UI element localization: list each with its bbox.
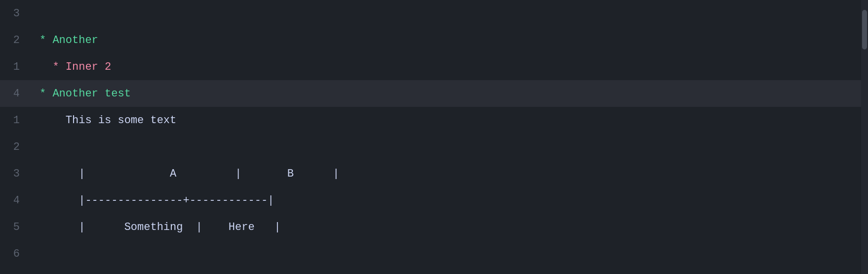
line-number: 4 <box>0 88 30 100</box>
table-data-row: | Something | Here | <box>79 221 280 233</box>
line-1-inner: 1 * Inner 2 <box>0 53 868 80</box>
scrollbar[interactable] <box>861 0 868 274</box>
code-editor: 3 2 * Another 1 * Inner 2 4 * Another te… <box>0 0 868 274</box>
line-1-text: 1 This is some text <box>0 107 868 134</box>
line-number: 3 <box>0 168 30 180</box>
line-number: 3 <box>0 7 30 20</box>
line-2: 2 * Another <box>0 27 868 53</box>
line-number: 4 <box>0 194 30 207</box>
line-number: 1 <box>0 114 30 127</box>
line-content-text: This is some text <box>30 114 868 127</box>
line-content-another-test: * Another test <box>30 88 868 100</box>
line-number: 2 <box>0 141 30 153</box>
table-header-row: | A | B | <box>79 168 339 180</box>
line-5-table-data: 5 | Something | Here | <box>0 214 868 240</box>
scrollbar-thumb[interactable] <box>862 10 867 49</box>
table-separator: |---------------+------------| <box>79 194 274 207</box>
line-content-another: * Another <box>30 34 868 46</box>
line-number: 5 <box>0 221 30 233</box>
line-number: 2 <box>0 34 30 46</box>
line-content-inner2: * Inner 2 <box>30 61 868 73</box>
line-4-highlighted: 4 * Another test <box>0 80 868 107</box>
line-number: 1 <box>0 61 30 73</box>
line-3: 3 <box>0 0 868 27</box>
line-6-empty: 6 <box>0 240 868 267</box>
line-7-d: 7 * D <box>0 267 868 274</box>
line-number: 6 <box>0 248 30 260</box>
